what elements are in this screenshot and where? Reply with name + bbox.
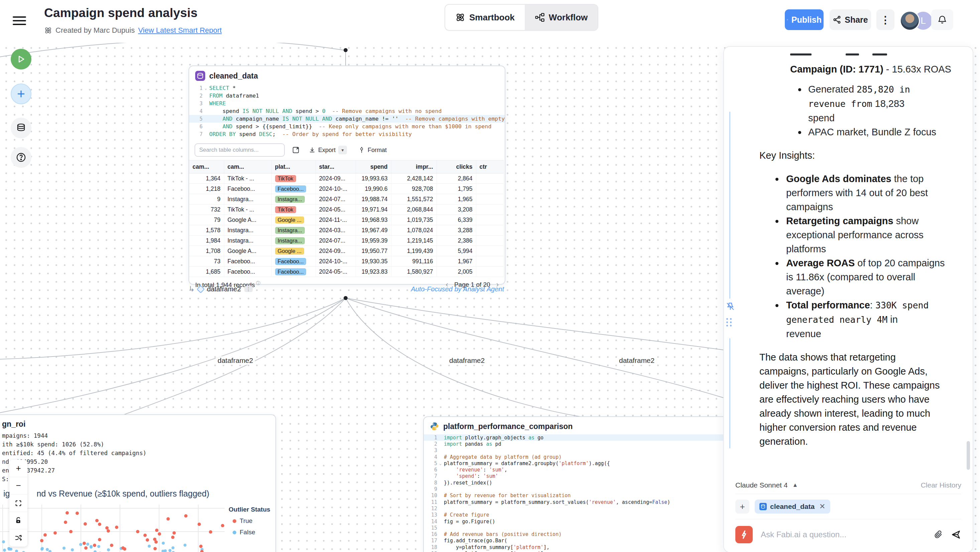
code-line[interactable]: 4 spend IS NOT NULL AND spend > 0 -- Rem… — [189, 107, 505, 115]
table-row[interactable]: 1,685Faceboo...Faceboo...2024-05-...19,9… — [189, 267, 503, 277]
code-line[interactable]: 19 x=platform_summary['revenue'], — [424, 550, 740, 552]
code-line[interactable]: 6 AND spend > {{spend_limit}} -- Keep on… — [189, 122, 505, 130]
table-row[interactable]: 1,364TikTok - ...TikTok2024-09...19,993.… — [189, 173, 503, 184]
column-header[interactable]: star... — [315, 161, 356, 173]
expand-table-icon[interactable] — [292, 146, 299, 154]
code-line[interactable]: 15 — [424, 525, 740, 531]
add-node-button[interactable] — [11, 84, 32, 104]
code-line[interactable]: 7ORDER BY spend DESC; -- Order by spend … — [189, 130, 505, 138]
avatar-user-photo[interactable] — [900, 11, 920, 31]
table-row[interactable]: 9Instagra...Instagra...2024-07...19,988.… — [189, 194, 503, 205]
node-platform-performance-comparison[interactable]: platform_performance_comparison 1import … — [423, 416, 741, 552]
table-row[interactable]: 79Google A...Google ...2024-11-...19,968… — [189, 215, 503, 225]
table-row[interactable]: 1,984Instagra...Instagra...2024-07...19,… — [189, 235, 503, 246]
lock-canvas-button[interactable] — [10, 512, 27, 529]
table-row[interactable]: 732TikTok - ...TikTok2024-05...19,971.94… — [189, 205, 503, 215]
data-sources-button[interactable] — [11, 118, 32, 138]
notifications-button[interactable] — [931, 10, 953, 30]
model-selector[interactable]: Claude Sonnet 4 — [735, 481, 788, 489]
export-chevron[interactable]: ▾ — [338, 146, 347, 154]
code-line[interactable]: 7 'spend': 'sum' — [424, 473, 740, 479]
code-line[interactable]: 12 — [424, 505, 740, 512]
code-line[interactable]: 1⌄SELECT * — [189, 84, 505, 92]
view-latest-smart-report-link[interactable]: View Latest Smart Report — [138, 26, 221, 35]
roi-stats-output: mpaigns: 1944ith ≥$10k spend: 1026 (52.8… — [0, 431, 275, 484]
sql-code-editor[interactable]: 1⌄SELECT *2FROM dataframe13WHERE4 spend … — [189, 84, 505, 141]
scatter-plot[interactable]: Outlier Status True False — [0, 500, 275, 552]
table-row[interactable]: 73Faceboo...Faceboo...2024-10-...19,930.… — [189, 256, 503, 267]
remove-context-icon[interactable]: ✕ — [819, 502, 825, 511]
code-line[interactable]: 5 AND campaign_name IS NOT NULL AND camp… — [189, 115, 505, 122]
code-line[interactable]: 14fig = go.Figure() — [424, 518, 740, 525]
code-line[interactable]: 5⌄platform_summary = dataframe2.groupby(… — [424, 460, 740, 466]
ask-question-input[interactable] — [760, 530, 926, 540]
scatter-point-true — [200, 550, 204, 552]
add-context-button[interactable]: + — [735, 500, 749, 514]
fit-view-button[interactable] — [10, 495, 27, 512]
legend-item-false[interactable]: False — [232, 529, 270, 536]
unpin-icon[interactable] — [725, 301, 735, 312]
output-chip-menu[interactable]: ⋮ — [244, 286, 253, 292]
platform-badge: Instagra... — [275, 237, 305, 244]
format-button[interactable]: Format — [356, 146, 389, 154]
more-options-button[interactable]: ⋮ — [877, 10, 894, 30]
menu-icon[interactable] — [13, 14, 26, 25]
scatter-point-false — [89, 546, 92, 549]
table-row[interactable]: 1,218Faceboo...Faceboo...2024-10-...19,9… — [189, 184, 503, 194]
column-header[interactable]: cam... — [224, 161, 271, 173]
code-line[interactable]: 16# Add revenue bars (positive direction… — [424, 531, 740, 537]
column-header[interactable]: clicks — [436, 161, 476, 173]
code-line[interactable]: 18 y=platform_summary['platform'], — [424, 544, 740, 550]
table-row[interactable]: 1,578Instagra...Instagra...2024-03...19,… — [189, 225, 503, 235]
code-line[interactable]: 2import pandas as pd — [424, 441, 740, 447]
help-button[interactable] — [11, 147, 32, 168]
node-cleaned-data[interactable]: cleaned_data 1⌄SELECT *2FROM dataframe13… — [189, 65, 505, 285]
zoom-out-button[interactable]: − — [10, 477, 27, 495]
drag-handle-icon[interactable] — [726, 318, 732, 326]
code-line[interactable]: 17fig.add_trace(go.Bar( — [424, 538, 740, 544]
node-title: platform_performance_comparison — [443, 422, 573, 431]
send-button[interactable] — [951, 529, 961, 540]
table-row[interactable]: 1,708Google A...Google ...2024-09...19,9… — [189, 246, 503, 256]
code-line[interactable]: 8}).reset_index() — [424, 479, 740, 486]
column-header[interactable]: impr... — [391, 161, 436, 173]
tab-workflow[interactable]: Workflow — [525, 5, 598, 30]
chevron-up-icon[interactable]: ▲ — [792, 482, 798, 488]
tab-smartbook[interactable]: Smartbook — [445, 5, 525, 30]
output-dataframe-chip[interactable]: dataframe2 — [207, 285, 241, 293]
scatter-legend: Outlier Status True False — [229, 506, 270, 536]
zoom-in-button[interactable]: + — [10, 460, 27, 477]
column-header[interactable]: ctr — [476, 161, 503, 173]
share-label: Share — [845, 15, 868, 25]
column-header[interactable]: spend — [356, 161, 391, 173]
table-cell: 1,578 — [189, 225, 224, 235]
results-table[interactable]: cam...cam...plat...star...spendimpr...cl… — [189, 160, 504, 277]
code-line[interactable]: 2FROM dataframe1 — [189, 92, 505, 100]
code-line[interactable]: 4# Aggregate data by platform (ad group) — [424, 454, 740, 460]
export-button[interactable]: Export ▾ — [307, 145, 349, 155]
table-context-icon — [759, 503, 767, 510]
platform-badge: Google ... — [275, 248, 304, 255]
code-line[interactable]: 11platform_summary = platform_summary.so… — [424, 499, 740, 505]
panel-scrollbar[interactable] — [967, 441, 970, 470]
context-chip-cleaned-data[interactable]: cleaned_data ✕ — [755, 500, 830, 514]
python-code-editor[interactable]: 1import plotly.graph_objects as go2impor… — [424, 434, 740, 552]
search-table-columns-input[interactable] — [194, 143, 285, 157]
share-button[interactable]: Share — [830, 10, 871, 30]
code-line[interactable]: 10# Sort by revenue for better visualiza… — [424, 493, 740, 499]
code-line[interactable]: 9 — [424, 486, 740, 492]
legend-item-true[interactable]: True — [232, 517, 270, 525]
node-campaign-roi[interactable]: gn_roi mpaigns: 1944ith ≥$10k spend: 102… — [0, 414, 276, 552]
code-line[interactable]: 13# Create figure — [424, 512, 740, 518]
column-header[interactable]: plat... — [271, 161, 315, 173]
publish-button[interactable]: Publish — [785, 10, 824, 30]
column-header[interactable]: cam... — [189, 161, 224, 173]
shuffle-layout-button[interactable] — [10, 529, 27, 547]
code-line[interactable]: 3 — [424, 447, 740, 454]
code-line[interactable]: 6 'revenue': 'sum', — [424, 466, 740, 473]
run-workflow-button[interactable] — [11, 49, 32, 70]
clear-history-button[interactable]: Clear History — [921, 481, 961, 489]
attach-file-button[interactable] — [933, 530, 943, 540]
code-line[interactable]: 1import plotly.graph_objects as go — [424, 434, 740, 441]
code-line[interactable]: 3WHERE — [189, 100, 505, 107]
